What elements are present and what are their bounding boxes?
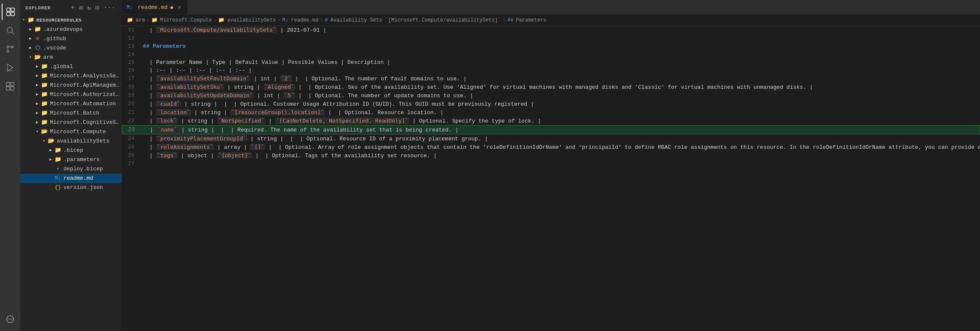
svg-rect-0 bbox=[7, 8, 10, 11]
json-icon: {} bbox=[54, 183, 62, 192]
line-number: 27 bbox=[122, 160, 143, 168]
editor-line-24: 24 | `proximityPlacementGroupId` | strin… bbox=[122, 134, 980, 143]
explorer-icon[interactable] bbox=[2, 3, 19, 20]
line-content: | :-- | :-- | :-- | :-- | :-- | bbox=[143, 66, 980, 74]
svg-rect-1 bbox=[11, 8, 14, 11]
svg-line-5 bbox=[12, 32, 14, 34]
sidebar-item-label: Microsoft.CognitiveServices bbox=[50, 118, 122, 127]
line-number: 11 bbox=[122, 26, 143, 34]
markdown-icon: M↓ bbox=[54, 174, 62, 183]
expand-arrow: ▾ bbox=[41, 137, 47, 146]
folder-icon: 📁 bbox=[54, 155, 62, 164]
remote-explorer-icon[interactable] bbox=[2, 311, 19, 328]
sidebar-item-availabilitysets[interactable]: ▾ 📂 availabilitySets bbox=[20, 137, 122, 146]
hash-icon: # bbox=[325, 17, 328, 23]
sidebar-item-deploy-bicep[interactable]: ⚡ deploy.bicep bbox=[20, 164, 122, 174]
sidebar-item-label: .github bbox=[43, 34, 66, 44]
editor-line-25: 25 | `roleAssignments` | array | `[]` | … bbox=[122, 143, 980, 151]
new-file-icon[interactable]: + bbox=[70, 3, 76, 12]
sidebar-item-analysisservices[interactable]: ▶ 📁 Microsoft.AnalysisServices bbox=[20, 71, 122, 81]
sidebar-item-label: Microsoft.Automation bbox=[50, 99, 116, 109]
editor-line-22: 22 | `lock` | string | `NotSpecified` | … bbox=[122, 117, 980, 125]
sidebar-item-authorization[interactable]: ▶ 📁 Microsoft.Authorization bbox=[20, 90, 122, 99]
sidebar-item-label: Microsoft.Compute bbox=[50, 127, 106, 137]
folder-icon: 📁 bbox=[41, 81, 48, 90]
sidebar-item-label: Microsoft.Batch bbox=[50, 109, 99, 118]
breadcrumb-readme[interactable]: M↓ readme.md bbox=[282, 17, 318, 23]
expand-arrow: ▶ bbox=[27, 34, 34, 44]
folder-icon: 📁 bbox=[41, 71, 48, 81]
expand-arrow: ▶ bbox=[34, 62, 41, 71]
sidebar-item-vscode[interactable]: ▶ ⬡ .vscode bbox=[20, 44, 122, 53]
expand-arrow: ▾ bbox=[27, 53, 34, 62]
line-content: | `proximityPlacementGroupId` | string |… bbox=[143, 134, 980, 143]
tab-bar: M↓ readme.md ● ✕ bbox=[122, 0, 980, 15]
source-control-icon[interactable] bbox=[2, 41, 19, 57]
sidebar-item-label: .global bbox=[50, 62, 73, 71]
search-icon[interactable] bbox=[2, 22, 19, 39]
extensions-icon[interactable] bbox=[2, 78, 19, 95]
tab-close-button[interactable]: ✕ bbox=[176, 4, 183, 11]
sidebar-item-resourcemodules[interactable]: ▾ 📁 RESOURCEMODULES bbox=[20, 16, 122, 25]
sidebar-item-azuredevops[interactable]: ▶ 📁 .azuredevops bbox=[20, 25, 122, 34]
new-folder-icon[interactable]: ⊞ bbox=[78, 3, 84, 12]
svg-rect-11 bbox=[11, 82, 14, 86]
breadcrumb-h2[interactable]: ## Parameters bbox=[507, 17, 546, 23]
breadcrumb-availabilitysets[interactable]: 📁 availabilitySets bbox=[218, 17, 276, 23]
vscode-icon: ⬡ bbox=[34, 44, 41, 53]
sidebar-item-batch[interactable]: ▶ 📁 Microsoft.Batch bbox=[20, 109, 122, 118]
sidebar-item-label: Microsoft.Authorization bbox=[50, 90, 122, 99]
breadcrumb-h1[interactable]: # Availability Sets `[Microsoft.Compute/… bbox=[325, 17, 501, 23]
sidebar-item-automation[interactable]: ▶ 📁 Microsoft.Automation bbox=[20, 99, 122, 109]
editor[interactable]: 11 | `Microsoft.Compute/availabilitySets… bbox=[122, 26, 980, 331]
expand-arrow: ▾ bbox=[34, 127, 41, 137]
expand-arrow: ▶ bbox=[27, 44, 34, 53]
editor-line-11: 11 | `Microsoft.Compute/availabilitySets… bbox=[122, 26, 980, 34]
sidebar-header: EXPLORER + ⊞ ↻ ⊟ ··· bbox=[20, 0, 122, 16]
sidebar-item-arm[interactable]: ▾ 📂 arm bbox=[20, 53, 122, 62]
sidebar-item-label: deploy.bicep bbox=[63, 164, 103, 174]
svg-rect-13 bbox=[11, 87, 14, 90]
breadcrumb-compute[interactable]: 📁 Microsoft.Compute bbox=[151, 17, 212, 23]
sidebar-item-cognitiveservices[interactable]: ▶ 📁 Microsoft.CognitiveServices bbox=[20, 118, 122, 127]
file-tree: ▾ 📁 RESOURCEMODULES ▶ 📁 .azuredevops ▶ ⊙… bbox=[20, 16, 122, 331]
editor-line-26: 26 | `tags` | object | `{object}` | | Op… bbox=[122, 151, 980, 160]
sidebar-item-label: Microsoft.ApiManagement bbox=[50, 81, 122, 90]
sidebar-item-apimanagement[interactable]: ▶ 📁 Microsoft.ApiManagement bbox=[20, 81, 122, 90]
sidebar-item-bicep-dir[interactable]: ▶ 📁 .bicep bbox=[20, 146, 122, 155]
sidebar-item-version-json[interactable]: {} version.json bbox=[20, 183, 122, 192]
breadcrumb-arm[interactable]: 📁 arm bbox=[127, 17, 145, 23]
run-debug-icon[interactable] bbox=[2, 59, 19, 76]
sidebar-item-readme[interactable]: M↓ readme.md bbox=[20, 174, 122, 183]
svg-marker-9 bbox=[8, 64, 13, 71]
folder-icon: 📁 bbox=[41, 109, 48, 118]
line-number: 12 bbox=[122, 34, 143, 42]
line-content: | `cuaId` | string | | | Optional. Custo… bbox=[143, 100, 980, 108]
line-number: 24 bbox=[122, 134, 143, 142]
folder-icon: 📂 bbox=[41, 127, 48, 137]
editor-wrapper: 11 | `Microsoft.Compute/availabilitySets… bbox=[122, 26, 980, 331]
sidebar-item-global[interactable]: ▶ 📁 .global bbox=[20, 62, 122, 71]
refresh-icon[interactable]: ↻ bbox=[86, 3, 93, 12]
tab-label: readme.md bbox=[138, 4, 167, 11]
svg-rect-10 bbox=[6, 82, 10, 86]
expand-arrow: ▶ bbox=[34, 118, 41, 127]
editor-line-27: 27 bbox=[122, 160, 980, 168]
svg-rect-2 bbox=[7, 12, 10, 16]
svg-rect-12 bbox=[6, 87, 10, 90]
sidebar-item-parameters[interactable]: ▶ 📁 .parameters bbox=[20, 155, 122, 164]
folder-icon: 📂 bbox=[34, 53, 41, 62]
collapse-icon[interactable]: ⊟ bbox=[94, 3, 101, 12]
editor-line-12: 12 bbox=[122, 34, 980, 42]
editor-line-21: 21 | `location` | string | `[resourceGro… bbox=[122, 108, 980, 117]
line-content: | `availabilitySetFaultDomain` | int | `… bbox=[143, 74, 980, 83]
line-content: | `availabilitySetUpdateDomain` | int | … bbox=[143, 91, 980, 100]
folder-icon: 📁 bbox=[127, 17, 133, 23]
more-icon[interactable]: ··· bbox=[102, 3, 117, 12]
sidebar-item-compute[interactable]: ▾ 📂 Microsoft.Compute bbox=[20, 127, 122, 137]
editor-content: 11 | `Microsoft.Compute/availabilitySets… bbox=[122, 26, 980, 176]
hash-icon: ## bbox=[507, 17, 513, 23]
bicep-icon: ⚡ bbox=[54, 164, 62, 174]
sidebar-item-github[interactable]: ▶ ⊙ .github bbox=[20, 34, 122, 44]
tab-readme[interactable]: M↓ readme.md ● ✕ bbox=[122, 0, 188, 14]
